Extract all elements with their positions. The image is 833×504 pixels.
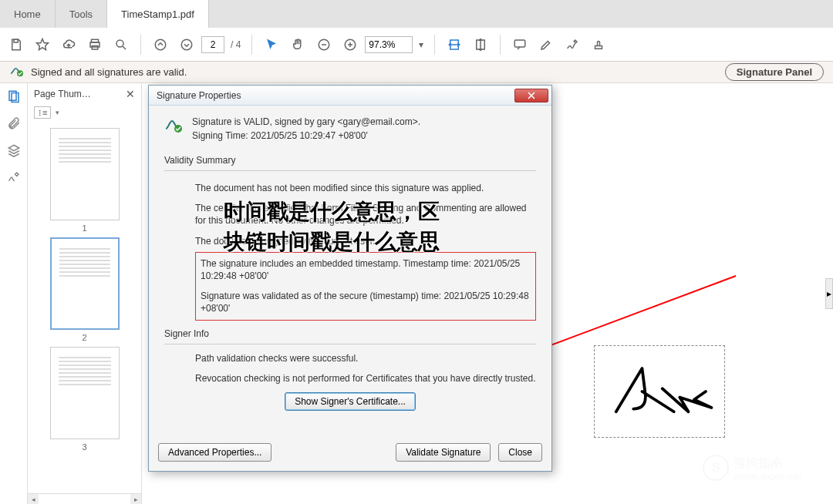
page-total: / 4 <box>228 39 244 50</box>
comment-icon[interactable] <box>508 33 531 56</box>
save-icon[interactable] <box>5 33 28 56</box>
thumbnail-number: 3 <box>50 442 120 452</box>
validity-item: Signature was validated as of the secure… <box>201 290 531 314</box>
signature-panel-button[interactable]: Signature Panel <box>725 63 824 81</box>
signature-valid-icon <box>9 65 25 79</box>
zoom-select[interactable] <box>365 36 413 53</box>
section-divider <box>164 170 536 171</box>
thumbnail-number: 2 <box>50 333 120 342</box>
signer-info-item: Path validation checks were successful. <box>195 352 536 365</box>
toolbar-separator <box>500 35 501 55</box>
svg-rect-0 <box>14 39 18 42</box>
search-icon[interactable] <box>110 33 133 56</box>
dialog-close-button[interactable] <box>514 89 548 102</box>
collapse-handle-icon[interactable]: ▸ <box>825 278 833 309</box>
stamp-icon[interactable] <box>587 33 610 56</box>
signature-status-text: Signed and all signatures are valid. <box>31 66 725 78</box>
thumbnails-h-scrollbar[interactable]: ◂ ▸ <box>28 493 141 504</box>
signer-info-item: Revocation checking is not performed for… <box>195 372 536 385</box>
dialog-titlebar[interactable]: Signature Properties <box>149 86 551 106</box>
cloud-icon[interactable] <box>57 33 80 56</box>
thumbnail-options-dropdown-icon[interactable]: ▾ <box>56 109 59 116</box>
close-panel-icon[interactable]: ✕ <box>126 88 135 100</box>
page-down-icon[interactable] <box>175 33 198 56</box>
section-divider <box>164 344 536 344</box>
validate-signature-button[interactable]: Validate Signature <box>396 443 491 462</box>
svg-point-5 <box>116 40 123 47</box>
dialog-title: Signature Properties <box>157 90 241 101</box>
layers-icon[interactable] <box>7 143 21 160</box>
signer-info-title: Signer Info <box>164 328 536 339</box>
highlighted-validity-box: The signature includes an embedded times… <box>195 252 536 321</box>
signing-time-text: Signing Time: 2021/05/25 10:29:47 +08'00… <box>192 130 420 141</box>
tab-home[interactable]: Home <box>0 0 56 28</box>
sign-icon[interactable] <box>561 33 584 56</box>
svg-rect-13 <box>595 45 602 49</box>
thumbnail-number: 1 <box>50 223 120 233</box>
toolbar-separator <box>434 35 435 55</box>
close-button[interactable]: Close <box>498 443 542 462</box>
toolbar-separator <box>140 35 141 55</box>
validity-item: The document has not been modified since… <box>195 182 536 194</box>
scroll-left-icon[interactable]: ◂ <box>28 494 39 505</box>
zoom-in-icon[interactable] <box>339 33 362 56</box>
zoom-dropdown-icon[interactable]: ▾ <box>416 39 427 50</box>
validity-item: The certifier has specified that Form Fi… <box>195 202 536 227</box>
page-up-icon[interactable] <box>149 33 172 56</box>
advanced-properties-button[interactable]: Advanced Properties... <box>158 443 271 462</box>
validity-summary-title: Validity Summary <box>164 155 536 166</box>
scroll-right-icon[interactable]: ▸ <box>130 494 141 505</box>
thumbnails-panel: Page Thum… ✕ ⫶≡ ▾ 1 2 3 ◂ ▸ <box>28 83 142 504</box>
side-nav <box>0 83 28 504</box>
show-certificate-button[interactable]: Show Signer's Certificate... <box>285 392 416 411</box>
print-icon[interactable] <box>83 33 106 56</box>
watermark-brand: 搜狗指南 <box>734 455 802 472</box>
signature-properties-dialog: Signature Properties Signature is VALID,… <box>148 85 552 472</box>
toolbar-separator <box>251 35 252 55</box>
svg-rect-12 <box>515 40 526 47</box>
tab-document[interactable]: TimeStamp1.pdf <box>107 0 209 28</box>
svg-point-7 <box>181 39 192 50</box>
svg-point-6 <box>155 39 166 50</box>
validity-item: The signature includes an embedded times… <box>201 257 531 282</box>
tab-tools[interactable]: Tools <box>56 0 107 28</box>
validity-item: The document is signed by the current us… <box>195 235 536 247</box>
attachments-icon[interactable] <box>7 116 21 133</box>
watermark-url: zhinan.sogou.com <box>734 472 802 481</box>
signature-valid-icon <box>164 116 183 144</box>
thumbnail-item[interactable]: 2 <box>50 237 120 342</box>
thumbnail-item[interactable]: 3 <box>50 347 120 452</box>
fit-page-icon[interactable] <box>469 33 492 56</box>
thumbnails-title: Page Thum… <box>34 89 91 99</box>
zoom-out-icon[interactable] <box>312 33 336 56</box>
highlight-icon[interactable] <box>535 33 558 56</box>
page-number-input[interactable] <box>201 36 224 53</box>
thumbnail-item[interactable]: 1 <box>50 128 120 233</box>
signature-valid-text: Signature is VALID, signed by gary <gary… <box>192 116 420 127</box>
pointer-icon[interactable] <box>260 33 283 56</box>
hand-icon[interactable] <box>286 33 309 56</box>
fit-width-icon[interactable] <box>443 33 466 56</box>
toolbar: / 4 ▾ <box>0 28 833 62</box>
watermark-logo-icon: S <box>703 455 729 481</box>
thumbnails-icon[interactable] <box>7 89 21 106</box>
signatures-icon[interactable] <box>7 170 21 186</box>
top-tabs: Home Tools TimeStamp1.pdf <box>0 0 833 28</box>
watermark: S 搜狗指南 zhinan.sogou.com <box>703 455 802 481</box>
thumbnails-list[interactable]: 1 2 3 <box>28 123 141 493</box>
thumbnail-options-button[interactable]: ⫶≡ <box>34 106 51 119</box>
signature-status-bar: Signed and all signatures are valid. Sig… <box>0 62 833 83</box>
svg-marker-1 <box>37 39 49 49</box>
star-icon[interactable] <box>31 33 54 56</box>
